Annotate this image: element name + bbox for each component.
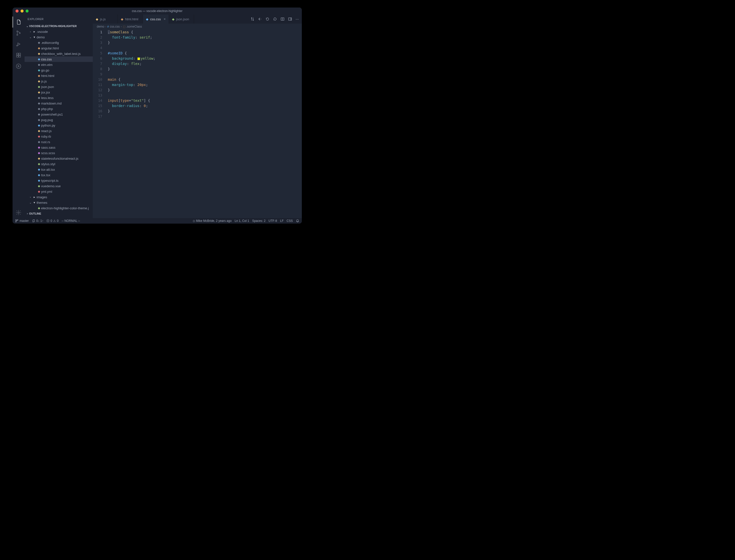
file-icon: ◆ <box>37 168 41 171</box>
activity-bar <box>13 15 25 218</box>
file-row[interactable]: ◆go.go <box>25 67 93 73</box>
breadcrumb-symbol[interactable]: .someClass <box>126 25 142 28</box>
file-row[interactable]: ◆react.js <box>25 128 93 134</box>
close-icon[interactable]: × <box>164 17 166 21</box>
error-icon: ⓧ <box>46 219 49 223</box>
window-maximize-button[interactable] <box>26 10 29 13</box>
file-row[interactable]: ◆rust.rs <box>25 139 93 145</box>
file-row[interactable]: ◆less.less <box>25 95 93 101</box>
compare-changes-icon[interactable] <box>250 17 254 21</box>
file-row[interactable]: ◆statelessfunctionalreact.js <box>25 156 93 161</box>
file-row[interactable]: ◆python.py <box>25 123 93 128</box>
problems[interactable]: ⓧ0 ⚠0 <box>46 219 58 223</box>
debug-icon[interactable] <box>13 39 25 50</box>
breadcrumb[interactable]: demo › # css.css › ⬚ .someClass <box>93 24 302 30</box>
editor-tab[interactable]: ◆json.json <box>169 15 194 24</box>
git-blame[interactable]: ◇ Mike McBride, 2 years ago <box>193 219 232 223</box>
file-label: .editorconfig <box>41 41 59 45</box>
file-row[interactable]: ◆elm.elm <box>25 62 93 67</box>
source-control-icon[interactable] <box>13 28 25 39</box>
open-changes-icon[interactable] <box>258 17 262 21</box>
git-branch[interactable]: master <box>15 219 29 223</box>
npm-scripts-section[interactable]: ⌄ NPM SCRIPTS <box>25 216 93 218</box>
file-row[interactable]: ◆angular.html <box>25 45 93 51</box>
svg-rect-4 <box>17 53 18 55</box>
file-row[interactable]: ◆scss.scss <box>25 150 93 156</box>
indentation[interactable]: Spaces: 2 <box>252 219 265 223</box>
file-row[interactable]: ◆typescript.ts <box>25 178 93 183</box>
svg-point-14 <box>16 221 17 222</box>
file-row[interactable]: ◆tsx-alt.tsx <box>25 167 93 172</box>
split-right-icon[interactable] <box>288 17 292 21</box>
editor-tab[interactable]: ◆js.js <box>93 15 118 24</box>
file-row[interactable]: ◆js.js <box>25 78 93 84</box>
file-label: tsx-alt.tsx <box>41 168 55 171</box>
explorer-icon[interactable] <box>13 17 25 28</box>
file-row[interactable]: ◆sass.sass <box>25 145 93 150</box>
revert-icon[interactable] <box>265 17 269 21</box>
window-minimize-button[interactable] <box>21 10 24 13</box>
file-row[interactable]: ◆stylus.styl <box>25 161 93 167</box>
file-row[interactable]: ◆yml.yml <box>25 189 93 194</box>
svg-point-3 <box>17 45 18 46</box>
live-share-icon[interactable] <box>13 61 25 72</box>
file-row[interactable]: ◆powershell.ps1 <box>25 112 93 117</box>
editor-actions: ⋯ <box>247 15 302 24</box>
window-close-button[interactable] <box>16 10 19 13</box>
file-row[interactable]: ◆jsx.jsx <box>25 89 93 95</box>
file-label: python.py <box>41 124 55 127</box>
next-change-icon[interactable] <box>273 17 277 21</box>
eol[interactable]: LF <box>280 219 284 223</box>
editor-tab[interactable]: ◆html.html <box>118 15 143 24</box>
folder-themes[interactable]: ⌄ ▾ themes <box>25 200 93 205</box>
file-row[interactable]: ◆ruby.rb <box>25 134 93 139</box>
file-row[interactable]: ◆tsx.tsx <box>25 172 93 178</box>
svg-point-8 <box>16 64 21 68</box>
file-row[interactable]: ◆pug.pug <box>25 117 93 123</box>
project-root[interactable]: ⌄ VSCODE-ELECTRON-HIGHLIGHTER <box>25 23 93 29</box>
file-label: php.php <box>41 107 53 111</box>
file-theme-json[interactable]: ◆ electron-highlighter-color-theme.j <box>25 205 93 211</box>
file-row[interactable]: ◆html.html <box>25 73 93 78</box>
file-row[interactable]: ◆json.json <box>25 84 93 89</box>
file-icon: ◆ <box>37 113 41 116</box>
file-row[interactable]: ◆.editorconfig <box>25 40 93 45</box>
file-row[interactable]: ◆vuedemo.vue <box>25 183 93 189</box>
file-label: markdown.md <box>41 102 62 105</box>
file-icon: ◆ <box>37 79 41 83</box>
file-row[interactable]: ◆checkbox_with_label.test.js <box>25 51 93 56</box>
file-row[interactable]: ◆markdown.md <box>25 101 93 106</box>
file-label: tsx.tsx <box>41 173 50 177</box>
sync-status[interactable]: 0↓ 1↑ <box>32 219 44 223</box>
window-title: css.css — vscode-electron-highlighter <box>13 9 302 13</box>
code-editor[interactable]: 1234567891011121314151617 .someClass { f… <box>93 30 302 218</box>
svg-point-13 <box>16 220 17 221</box>
encoding[interactable]: UTF-8 <box>268 219 277 223</box>
sidebar: EXPLORER ⌄ VSCODE-ELECTRON-HIGHLIGHTER ›… <box>25 15 93 218</box>
breadcrumb-folder[interactable]: demo <box>97 25 104 28</box>
file-icon: ◆ <box>37 190 41 193</box>
extensions-icon[interactable] <box>13 50 25 61</box>
file-icon: ◆ <box>37 68 41 72</box>
outline-section[interactable]: › OUTLINE <box>25 211 93 216</box>
file-row[interactable]: ◆php.php <box>25 106 93 112</box>
cursor-position[interactable]: Ln 1, Col 1 <box>235 219 249 223</box>
editor-tab[interactable]: ◆css.css× <box>143 15 169 24</box>
file-label: typescript.ts <box>41 179 58 182</box>
folder-demo[interactable]: ⌄ ▾ demo <box>25 34 93 40</box>
folder-images[interactable]: › ▸ images <box>25 194 93 200</box>
settings-gear-icon[interactable] <box>13 207 25 218</box>
chevron-down-icon: ⌄ <box>26 24 29 28</box>
split-editor-icon[interactable] <box>281 17 285 21</box>
more-actions-icon[interactable]: ⋯ <box>296 17 299 21</box>
file-row[interactable]: ◆css.css <box>25 56 93 62</box>
notifications-icon[interactable] <box>296 219 299 223</box>
chevron-down-icon: ⌄ <box>29 36 32 39</box>
language-mode[interactable]: CSS <box>287 219 293 223</box>
file-icon: ◆ <box>121 17 123 21</box>
breadcrumb-file[interactable]: css.css <box>110 25 120 28</box>
file-icon: ◆ <box>37 41 41 44</box>
code-source[interactable]: .someClass { font-family: serif;}#someID… <box>107 30 302 218</box>
folder-vscode[interactable]: › ▸ .vscode <box>25 29 93 34</box>
file-label: pug.pug <box>41 118 53 122</box>
